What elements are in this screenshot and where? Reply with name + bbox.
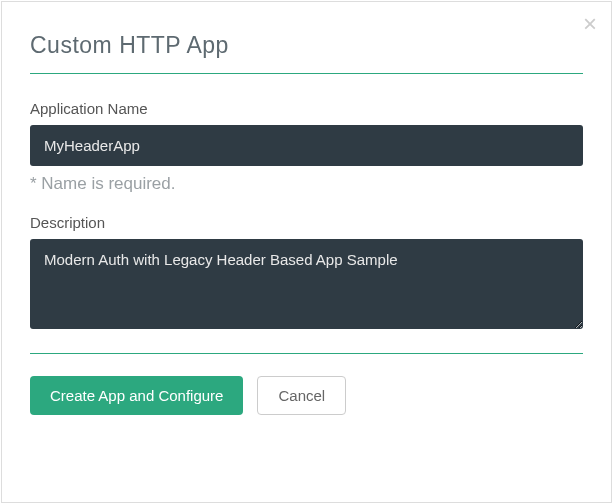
button-row: Create App and Configure Cancel	[30, 376, 583, 415]
custom-http-app-modal: × Custom HTTP App Application Name * Nam…	[1, 1, 612, 503]
cancel-button[interactable]: Cancel	[257, 376, 346, 415]
divider	[30, 353, 583, 354]
application-name-help: * Name is required.	[30, 174, 583, 194]
close-icon[interactable]: ×	[583, 12, 597, 36]
application-name-input[interactable]	[30, 125, 583, 166]
modal-title: Custom HTTP App	[30, 32, 583, 74]
description-input[interactable]: Modern Auth with Legacy Header Based App…	[30, 239, 583, 329]
application-name-label: Application Name	[30, 100, 583, 117]
application-name-field-group: Application Name * Name is required.	[30, 100, 583, 194]
description-label: Description	[30, 214, 583, 231]
create-app-button[interactable]: Create App and Configure	[30, 376, 243, 415]
description-field-group: Description Modern Auth with Legacy Head…	[30, 214, 583, 333]
